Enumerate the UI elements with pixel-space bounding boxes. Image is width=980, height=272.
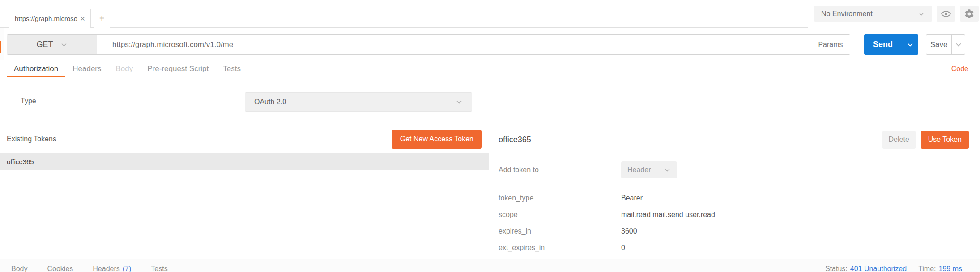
response-tab-tests[interactable]: Tests <box>151 265 167 272</box>
token-field-row: ext_expires_in 0 <box>499 239 980 256</box>
url-input[interactable] <box>97 35 811 54</box>
chevron-down-icon <box>918 10 925 17</box>
request-tab[interactable]: https://graph.microso × <box>9 8 91 28</box>
new-tab-button[interactable]: + <box>94 8 110 28</box>
method-label: GET <box>36 40 53 49</box>
token-field-key: ext_expires_in <box>499 244 621 252</box>
token-list-item[interactable]: office365 <box>0 153 489 170</box>
chevron-down-icon <box>664 166 671 174</box>
status-label: Status: <box>825 265 848 272</box>
headers-count-badge: (7) <box>123 265 132 272</box>
request-tab-title: https://graph.microso <box>15 15 77 22</box>
token-field-row: scope mail.read mail.send user.read <box>499 206 980 223</box>
chevron-down-icon <box>955 41 962 48</box>
response-tab-cookies[interactable]: Cookies <box>47 265 73 272</box>
add-token-to-row: Add token to Header <box>499 162 980 178</box>
settings-button[interactable] <box>960 6 979 22</box>
tab-body[interactable]: Body <box>109 60 141 77</box>
postman-app: https://graph.microso × + No Environment… <box>0 0 980 272</box>
token-detail-header: office365 Delete Use Token <box>490 125 980 149</box>
token-field-value: 0 <box>621 244 625 252</box>
token-field-row: expires_in 3600 <box>499 223 980 239</box>
auth-type-label: Type <box>21 97 36 105</box>
get-new-access-token-button[interactable]: Get New Access Token <box>392 130 482 149</box>
sidebar-orange-indicator <box>0 41 1 53</box>
token-field-key: scope <box>499 211 621 219</box>
add-token-to-value: Header <box>627 166 651 174</box>
plus-icon: + <box>99 13 105 24</box>
response-meta: Status:401 Unauthorized Time:199 ms <box>825 265 962 272</box>
existing-tokens-label: Existing Tokens <box>7 135 56 143</box>
environment-quicklook-button[interactable] <box>937 6 955 22</box>
existing-tokens-header: Existing Tokens Get New Access Token <box>0 125 489 153</box>
save-label: Save <box>926 35 951 54</box>
time-label: Time: <box>918 265 936 272</box>
delete-token-button[interactable]: Delete <box>882 131 916 149</box>
gear-icon <box>964 8 975 19</box>
tokens-section: Existing Tokens Get New Access Token off… <box>0 125 980 259</box>
use-token-button[interactable]: Use Token <box>921 131 969 149</box>
chevron-down-icon <box>456 98 463 106</box>
params-label: Params <box>818 41 843 49</box>
send-options-caret[interactable] <box>902 34 918 55</box>
response-time: Time:199 ms <box>918 265 962 272</box>
environment-area: No Environment <box>808 0 980 28</box>
environment-label: No Environment <box>821 10 873 18</box>
response-status: Status:401 Unauthorized <box>825 265 907 272</box>
request-url-group: GET Params <box>7 34 850 55</box>
response-bar: Body Cookies Headers(7) Tests Status:401… <box>0 259 980 272</box>
add-token-to-label: Add token to <box>499 166 621 174</box>
existing-tokens-panel: Existing Tokens Get New Access Token off… <box>0 125 489 259</box>
environment-selector[interactable]: No Environment <box>814 6 932 22</box>
token-field-value: 3600 <box>621 227 637 235</box>
send-button[interactable]: Send <box>864 34 918 55</box>
response-tab-headers-label: Headers <box>93 265 119 272</box>
tab-headers[interactable]: Headers <box>65 60 108 77</box>
chevron-down-icon <box>60 41 68 48</box>
save-options-caret[interactable] <box>951 35 965 54</box>
token-fields: token_type Bearer scope mail.read mail.s… <box>499 190 980 256</box>
params-button[interactable]: Params <box>811 35 850 54</box>
token-actions: Delete Use Token <box>882 131 969 149</box>
save-button[interactable]: Save <box>926 34 965 55</box>
response-tab-headers[interactable]: Headers(7) <box>93 265 131 272</box>
request-editor-tabs: Authorization Headers Body Pre-request S… <box>0 60 980 77</box>
send-label: Send <box>864 34 902 55</box>
close-icon[interactable]: × <box>80 14 85 24</box>
token-field-value: Bearer <box>621 194 643 202</box>
response-tabs: Body Cookies Headers(7) Tests <box>11 265 168 272</box>
time-value: 199 ms <box>939 265 962 272</box>
eye-icon <box>941 8 951 19</box>
tab-tests[interactable]: Tests <box>216 60 248 77</box>
token-field-key: expires_in <box>499 227 621 235</box>
method-selector[interactable]: GET <box>7 35 97 54</box>
token-detail-panel: office365 Delete Use Token Add token to … <box>490 125 980 259</box>
token-field-value: mail.read mail.send user.read <box>621 211 715 219</box>
response-tab-body[interactable]: Body <box>11 265 27 272</box>
token-field-key: token_type <box>499 194 621 202</box>
topbar: https://graph.microso × + No Environment <box>0 0 980 28</box>
add-token-to-selector[interactable]: Header <box>621 162 677 178</box>
token-field-row: token_type Bearer <box>499 190 980 206</box>
tab-pre-request-script[interactable]: Pre-request Script <box>140 60 216 77</box>
tab-authorization[interactable]: Authorization <box>7 60 65 77</box>
auth-type-selector[interactable]: OAuth 2.0 <box>245 92 472 112</box>
authorization-panel: Type OAuth 2.0 <box>0 77 980 125</box>
auth-type-value: OAuth 2.0 <box>254 98 286 106</box>
status-value: 401 Unauthorized <box>850 265 907 272</box>
chevron-down-icon <box>907 41 914 48</box>
token-title: office365 <box>499 135 531 144</box>
code-link[interactable]: Code <box>951 60 968 77</box>
